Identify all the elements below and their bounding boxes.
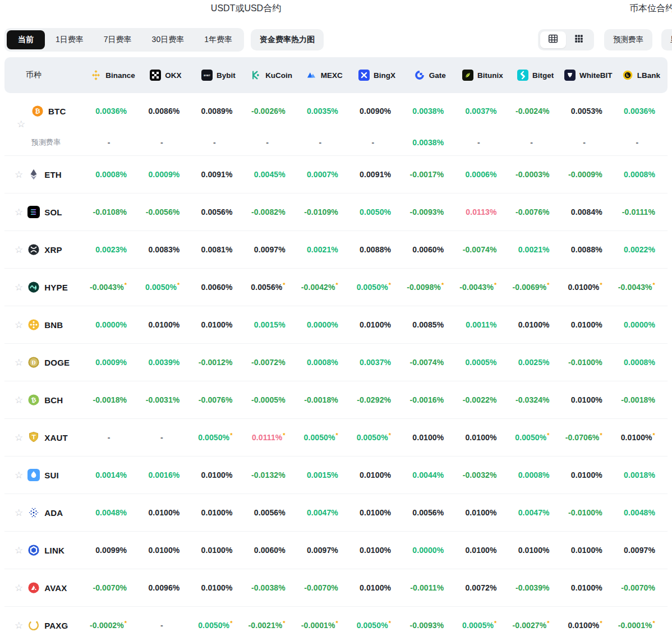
favorite-star-icon[interactable]: ☆ (15, 320, 23, 330)
rate-cell: 0.0100% (139, 546, 192, 555)
rate-cell: 0.0048% (615, 508, 668, 517)
rate-cell: -0.0070% (615, 583, 668, 592)
predicted-rate-cell: - (509, 138, 561, 147)
rate-cell: -0.0074% (456, 245, 509, 254)
coin-cell: ☆SUI (4, 469, 86, 481)
rate-cell: 0.0060% (245, 546, 298, 555)
funding-heatmap-button[interactable]: 资金费率热力图 (251, 29, 324, 50)
favorite-star-icon[interactable]: ☆ (15, 471, 23, 480)
rate-cell: -0.0011% (403, 583, 456, 592)
favorite-star-icon[interactable]: ☆ (15, 433, 23, 442)
favorite-star-icon[interactable]: ☆ (15, 583, 23, 593)
bybit-icon: BYBIT (201, 70, 213, 81)
ada-icon (27, 506, 40, 519)
table-row: ☆PAXG-0.0002%*-0.0050%*-0.0021%*-0.0001%… (4, 607, 668, 641)
rate-cell: -0.0056% (139, 207, 192, 216)
rate-cell: -0.0001%* (615, 621, 668, 630)
tab-coin-margined-contracts[interactable]: 币本位合约 (629, 3, 672, 15)
doge-icon: Ð (27, 356, 40, 368)
rate-cell: 0.0056% (403, 508, 456, 517)
rate-cell: 0.0100% (192, 320, 245, 329)
coin-symbol: SOL (44, 207, 62, 217)
rate-cell: 0.0050%* (192, 621, 245, 630)
favorite-star-icon[interactable]: ☆ (15, 358, 23, 367)
exchange-name: Gate (429, 71, 446, 80)
settlement-asterisk-icon: * (336, 620, 338, 626)
table-row: ☆SUI0.0014%0.0016%0.0100%-0.0132%0.0015%… (4, 456, 668, 494)
rate-cell: -0.0043%* (456, 283, 509, 292)
rate-cell: 0.0100% (456, 546, 509, 555)
rate-cell: 0.0090% (351, 107, 403, 116)
display-settings-button[interactable]: 显示 (661, 29, 672, 50)
exchange-name: Bitget (532, 71, 554, 80)
rate-cell: 0.0100% (192, 471, 245, 479)
rate-cell: 0.0083% (139, 245, 192, 254)
rate-cell: 0.0050%* (351, 433, 403, 442)
table-row: ☆₿BTC0.0036%0.0086%0.0089%-0.0026%0.0035… (4, 93, 668, 156)
rate-cell: -0.0022% (456, 395, 509, 404)
settlement-asterisk-icon: * (389, 620, 391, 626)
favorite-star-icon[interactable]: ☆ (15, 621, 23, 630)
rate-cell: -0.0043%* (86, 283, 139, 292)
rate-cell: 0.0088% (351, 245, 403, 254)
favorite-star-icon[interactable]: ☆ (15, 245, 23, 255)
rate-cell: 0.0099% (86, 546, 139, 555)
coin-cell: ☆AVAX (4, 582, 86, 594)
funding-rate-page: USDT或USD合约 币本位合约 当前 1日费率 7日费率 30日费率 1年费率… (0, 0, 672, 641)
table-row: ☆AVAX-0.0070%0.0096%0.0100%-0.0038%-0.00… (4, 569, 668, 607)
rate-cell: 0.0084% (562, 207, 615, 216)
favorite-star-icon[interactable]: ☆ (15, 395, 23, 405)
rate-cell: 0.0014% (86, 471, 139, 479)
rate-cell: -0.0005% (245, 395, 298, 404)
grid-view-button[interactable] (566, 31, 592, 48)
table-view-button[interactable] (540, 31, 566, 48)
predicted-rate-button[interactable]: 预测费率 (604, 29, 652, 50)
rate-cell: 0.0050%* (351, 283, 403, 292)
rate-cell: 0.0045% (245, 170, 298, 179)
favorite-star-icon[interactable]: ☆ (15, 546, 23, 555)
favorite-star-icon[interactable]: ☆ (15, 508, 23, 518)
rate-cell: 0.0089% (192, 107, 245, 116)
exchange-column-header: Bitget (509, 70, 561, 81)
exchange-name: KuCoin (265, 71, 292, 80)
rate-cell: -0.0706%* (562, 433, 615, 442)
rate-cell: 0.0047% (509, 508, 561, 517)
rate-cell: 0.0091% (351, 170, 403, 179)
settlement-asterisk-icon: * (600, 432, 602, 439)
coin-cell: ☆PAXG (4, 619, 86, 631)
coin-cell: ☆ADA (4, 506, 86, 519)
kucoin-icon (250, 70, 261, 81)
rate-cell: 0.0100% (351, 508, 403, 517)
rate-cell: 0.0081% (192, 245, 245, 254)
rate-cell: 0.0096% (139, 583, 192, 592)
exchange-column-header: Binance (86, 70, 139, 81)
tab-1y-rate[interactable]: 1年费率 (195, 30, 242, 49)
svg-text:BYBIT: BYBIT (204, 75, 210, 77)
coin-symbol: XRP (44, 245, 62, 255)
rate-cell: 0.0007% (298, 170, 351, 179)
tab-1d-rate[interactable]: 1日费率 (46, 30, 93, 49)
exchange-name: Binance (105, 71, 135, 80)
rate-cell: 0.0100% (562, 471, 615, 479)
coin-symbol: AVAX (44, 583, 67, 593)
exchange-column-header: LBank (615, 70, 668, 81)
coin-cell: ☆ÐDOGE (4, 356, 86, 368)
tab-usdt-contracts[interactable]: USDT或USD合约 (0, 3, 492, 15)
favorite-star-icon[interactable]: ☆ (15, 170, 23, 179)
favorite-star-icon[interactable]: ☆ (17, 119, 25, 129)
rate-cell: 0.0097% (245, 245, 298, 254)
rate-cell: -0.0292% (351, 395, 403, 404)
predicted-rate-cell: - (86, 138, 139, 147)
rate-cell: -0.0076% (509, 207, 561, 216)
tab-30d-rate[interactable]: 30日费率 (142, 30, 194, 49)
contract-type-bar: USDT或USD合约 币本位合约 (0, 0, 672, 22)
rate-cell: 0.0037% (351, 358, 403, 367)
lbank-icon (622, 70, 633, 81)
tab-current[interactable]: 当前 (7, 30, 45, 49)
svg-text:₿: ₿ (35, 108, 40, 114)
favorite-star-icon[interactable]: ☆ (15, 207, 23, 217)
rate-cell: 0.0050%* (298, 433, 351, 442)
tab-7d-rate[interactable]: 7日费率 (94, 30, 141, 49)
rate-cell: 0.0008% (615, 358, 668, 367)
favorite-star-icon[interactable]: ☆ (15, 283, 23, 292)
